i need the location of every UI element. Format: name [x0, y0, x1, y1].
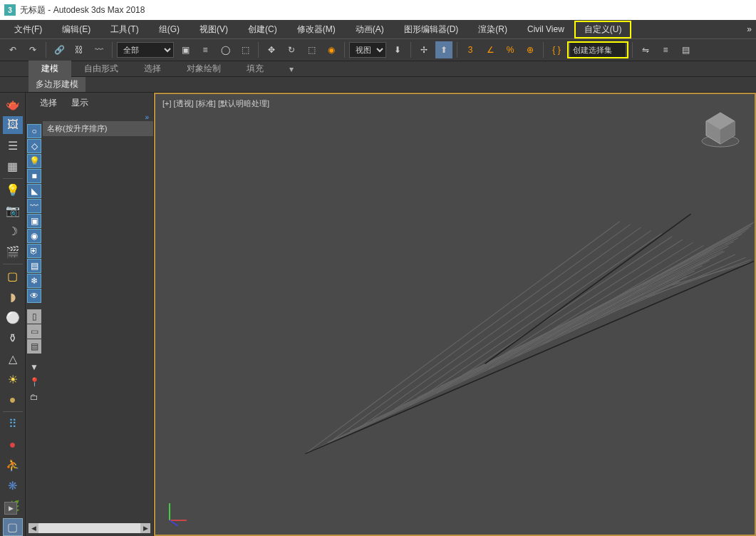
scene-tab-display[interactable]: 显示	[71, 97, 88, 109]
window-icon[interactable]: ▢	[3, 267, 23, 285]
menu-rendering[interactable]: 渲染(R)	[468, 21, 517, 38]
menu-customize[interactable]: 自定义(U)	[574, 21, 632, 38]
rotate-button[interactable]: ↻	[283, 41, 300, 58]
viewcube[interactable]	[699, 107, 742, 150]
edit-named-selection-button[interactable]: { }	[548, 41, 565, 58]
scene-tab-select[interactable]: 选择	[40, 97, 57, 109]
menu-animation[interactable]: 动画(A)	[346, 21, 394, 38]
image-icon[interactable]: 🖼	[3, 116, 23, 134]
light-icon[interactable]: 💡	[3, 182, 23, 200]
move-button[interactable]: ✥	[263, 41, 280, 58]
menu-view[interactable]: 视图(V)	[190, 21, 238, 38]
select-region-window-button[interactable]: ⬚	[237, 41, 254, 58]
film-icon[interactable]: 🎬	[3, 243, 23, 261]
selected-box-icon[interactable]: ▢	[3, 518, 23, 536]
reference-coord-select[interactable]: 视图	[349, 42, 386, 58]
scale-button[interactable]: ⬚	[303, 41, 320, 58]
filter-xrefs-icon[interactable]: ◉	[27, 229, 41, 243]
filter-frozen-icon[interactable]: ❄	[27, 274, 41, 288]
scene-expand-icon[interactable]: »	[26, 113, 153, 121]
filter-helpers-icon[interactable]: ◣	[27, 184, 41, 198]
ribbon-tab-modeling[interactable]: 建模	[29, 61, 71, 77]
menu-create[interactable]: 创建(C)	[238, 21, 287, 38]
filter-pin-icon[interactable]: 📍	[27, 375, 41, 389]
menu-tools[interactable]: 工具(T)	[100, 21, 148, 38]
sun-icon[interactable]: ☀	[3, 371, 23, 388]
placement-button[interactable]: ◉	[323, 41, 340, 58]
person-icon[interactable]: ⛹	[3, 456, 23, 474]
play-icon[interactable]: ▶	[4, 502, 17, 515]
ribbon-tab-freeform[interactable]: 自由形式	[71, 61, 131, 77]
filter-folder-icon[interactable]: 🗀	[27, 390, 41, 404]
menu-edit[interactable]: 编辑(E)	[52, 21, 100, 38]
redo-button[interactable]: ↷	[24, 41, 41, 58]
align-button[interactable]: ≡	[657, 41, 674, 58]
menu-file[interactable]: 文件(F)	[4, 21, 52, 38]
red-sphere-icon[interactable]: ●	[3, 436, 23, 453]
calendar-icon[interactable]: ▦	[3, 158, 23, 175]
viewport-perspective[interactable]: [+] [透视] [标准] [默认明暗处理]	[154, 93, 756, 536]
filter-groups-icon[interactable]: ▣	[27, 214, 41, 228]
ribbon-tab-object-paint[interactable]: 对象绘制	[174, 61, 234, 77]
select-region-rect-button[interactable]: ◯	[217, 41, 234, 58]
mirror-button[interactable]: ⇋	[637, 41, 654, 58]
filter-lights-icon[interactable]: 💡	[27, 154, 41, 168]
dome-icon[interactable]: ◗	[3, 288, 23, 306]
filter-shapes-icon[interactable]: ◇	[27, 139, 41, 153]
bind-spacewarp-button[interactable]: 〰	[90, 41, 108, 58]
percent-snap-button[interactable]: %	[502, 41, 519, 58]
unlink-button[interactable]: ⛓	[71, 41, 88, 58]
link-button[interactable]: 🔗	[51, 41, 68, 58]
filter-geometry-icon[interactable]: ○	[27, 124, 41, 138]
filter-bone-icon[interactable]: ⛨	[27, 244, 41, 258]
filter-misc1-icon[interactable]: ▯	[27, 309, 41, 324]
angle-snap-button[interactable]: ∠	[482, 41, 499, 58]
filter-funnel-icon[interactable]: ▼	[27, 360, 41, 374]
filter-misc2-icon[interactable]: ▭	[27, 324, 41, 339]
scroll-left-icon[interactable]: ◀	[29, 523, 38, 533]
camera-icon[interactable]: 📷	[3, 202, 23, 220]
menu-civil-view[interactable]: Civil View	[517, 21, 574, 37]
use-center-button[interactable]: ⬇	[389, 41, 406, 58]
select-manipulate-button[interactable]: ✢	[415, 41, 433, 58]
ribbon-tab-selection[interactable]: 选择	[131, 61, 174, 77]
scroll-right-icon[interactable]: ▶	[140, 523, 150, 533]
scene-list-header[interactable]: 名称(按升序排序)	[43, 121, 153, 136]
filter-misc3-icon[interactable]: ▤	[27, 339, 41, 354]
filter-cameras-icon[interactable]: ■	[27, 169, 41, 183]
menu-group[interactable]: 组(G)	[149, 21, 190, 38]
select-by-name-button[interactable]: ≡	[197, 41, 214, 58]
filter-spacewarps-icon[interactable]: 〰	[27, 199, 41, 213]
selection-filter-select[interactable]: 全部	[117, 42, 174, 58]
pot-icon[interactable]: ⚱	[3, 329, 23, 347]
blue-sphere-icon[interactable]: ❋	[3, 477, 23, 495]
menu-graph-editors[interactable]: 图形编辑器(D)	[394, 21, 469, 38]
named-selection-set-input[interactable]	[569, 42, 626, 58]
list-icon[interactable]: ☰	[3, 137, 23, 155]
filter-hidden-icon[interactable]: 👁	[27, 289, 41, 303]
spinner-snap-button[interactable]: ⊕	[522, 41, 539, 58]
main-area: 🫖 🖼 ☰ ▦ 💡 📷 ☽ 🎬 ▢ ◗ ⚪ ⚱ △ ☀ ● ⠿ ● ⛹ ❋ 🌿 …	[0, 93, 756, 536]
ribbon-polygon-modeling[interactable]: 多边形建模	[29, 77, 86, 92]
ribbon-tab-populate[interactable]: 填充	[234, 61, 276, 77]
svg-line-1	[328, 276, 688, 442]
teapot-icon[interactable]: 🫖	[3, 96, 23, 113]
sphere-white-icon[interactable]: ⚪	[3, 309, 23, 326]
menu-expand[interactable]: »	[747, 24, 752, 34]
select-object-button[interactable]: ▣	[177, 41, 194, 58]
keyboard-shortcut-button[interactable]: ⬆	[435, 41, 452, 58]
app-icon: 3	[4, 4, 16, 16]
cone-icon[interactable]: △	[3, 350, 23, 368]
sphere-yellow-icon[interactable]: ●	[3, 391, 23, 408]
svg-line-17	[331, 225, 630, 441]
layer-button[interactable]: ▤	[677, 41, 694, 58]
scene-horizontal-scrollbar[interactable]: ◀ ▶	[29, 523, 150, 533]
snap-toggle-button[interactable]: 3	[462, 41, 479, 58]
moon-icon[interactable]: ☽	[3, 222, 23, 240]
undo-button[interactable]: ↶	[4, 41, 21, 58]
filter-container-icon[interactable]: ▤	[27, 259, 41, 273]
particles-icon[interactable]: ⠿	[3, 415, 23, 433]
ribbon-dropdown-icon[interactable]: ▾	[276, 62, 306, 76]
menu-modifiers[interactable]: 修改器(M)	[287, 21, 346, 38]
svg-line-6	[440, 251, 723, 386]
